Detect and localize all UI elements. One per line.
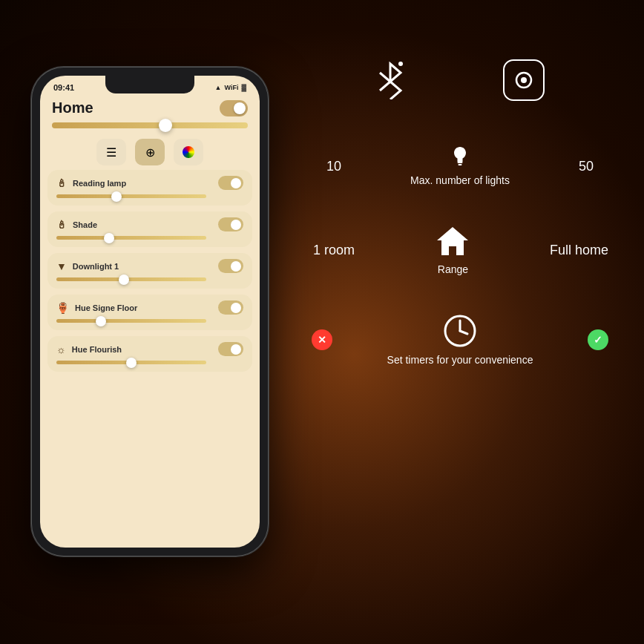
light-toggle-0[interactable] <box>218 176 243 190</box>
light-name: Hue Signe Floor <box>75 303 137 312</box>
svg-point-2 <box>521 77 527 83</box>
light-toggle-1[interactable] <box>218 217 243 231</box>
home-header: Home <box>40 95 260 122</box>
phone-notch <box>105 76 194 93</box>
max-lights-row: 10 Max. number of lights 50 <box>297 145 623 187</box>
bridge-feature <box>503 59 545 101</box>
light-slider-3[interactable] <box>56 319 206 323</box>
light-name: Hue Flourish <box>72 345 122 354</box>
range-right-value: Full home <box>550 243 608 258</box>
timers-feature: Set timers for your convenience <box>387 313 533 367</box>
light-slider-thumb-3[interactable] <box>96 316 106 326</box>
max-lights-label: Max. number of lights <box>410 174 510 187</box>
settings-icon: ⊕ <box>145 145 155 160</box>
light-items-list: 🕯 Reading lamp 🕯 Shade <box>40 170 260 372</box>
tab-settings[interactable]: ⊕ <box>135 139 165 165</box>
floor-lamp-icon: 🏺 <box>56 302 69 314</box>
clock-icon-wrap <box>442 313 478 349</box>
phone-screen: 09:41 ▲ WiFi ▓ Home ☰ <box>40 76 260 548</box>
color-icon <box>183 146 194 158</box>
tab-bar: ☰ ⊕ <box>40 134 260 170</box>
light-toggle-4[interactable] <box>218 342 243 356</box>
downlight-icon: ▼ <box>56 260 67 272</box>
light-toggle-2[interactable] <box>218 259 243 273</box>
light-name: Downlight 1 <box>73 262 119 271</box>
min-lights-value: 10 <box>312 159 356 174</box>
bulb-icon: 🕯 <box>56 177 67 189</box>
list-item: 🕯 Reading lamp <box>47 170 252 206</box>
battery-icon: ▓ <box>241 84 246 91</box>
clock-icon <box>442 313 478 349</box>
no-timers-icon: ✕ <box>312 329 332 350</box>
timers-label: Set timers for your convenience <box>387 353 533 367</box>
home-toggle[interactable] <box>220 100 248 116</box>
svg-line-7 <box>460 331 467 334</box>
bluetooth-icon <box>375 61 405 99</box>
wifi-icon: WiFi <box>225 84 239 91</box>
range-left-value: 1 room <box>312 243 356 258</box>
bluetooth-feature <box>375 61 405 99</box>
bridge-svg <box>510 67 537 93</box>
list-item: 🏺 Hue Signe Floor <box>47 295 252 330</box>
light-slider-thumb-1[interactable] <box>104 233 114 243</box>
phone-mockup: 09:41 ▲ WiFi ▓ Home ☰ <box>31 67 269 571</box>
svg-rect-4 <box>459 164 462 165</box>
light-name: Reading lamp <box>73 179 126 188</box>
house-icon <box>434 224 471 258</box>
connectivity-row <box>297 59 623 101</box>
light-slider-thumb-4[interactable] <box>126 358 137 368</box>
home-title: Home <box>52 99 93 116</box>
svg-point-0 <box>398 62 403 66</box>
light-slider-4[interactable] <box>56 361 206 364</box>
light-slider-2[interactable] <box>56 277 206 281</box>
bridge-icon <box>503 59 545 101</box>
light-name: Shade <box>73 220 97 229</box>
brightness-slider-wrap <box>40 122 260 134</box>
list-item: ☼ Hue Flourish <box>47 336 252 372</box>
signal-icon: ▲ <box>215 84 222 91</box>
status-time: 09:41 <box>53 83 74 92</box>
yes-timers-icon: ✓ <box>588 329 608 350</box>
bulb-icon: 🕯 <box>56 219 67 231</box>
max-lights-feature: Max. number of lights <box>410 145 510 187</box>
range-feature: Range <box>434 224 471 276</box>
ceiling-icon: ☼ <box>56 344 66 355</box>
light-slider-0[interactable] <box>56 194 206 198</box>
list-item: ▼ Downlight 1 <box>47 253 252 289</box>
light-slider-thumb-2[interactable] <box>119 275 129 285</box>
features-area: 10 Max. number of lights 50 1 room Range… <box>297 59 623 594</box>
brightness-slider[interactable] <box>52 122 248 128</box>
max-lights-value: 50 <box>564 159 608 174</box>
brightness-thumb[interactable] <box>159 119 172 132</box>
status-icons: ▲ WiFi ▓ <box>215 84 246 91</box>
range-row: 1 room Range Full home <box>297 224 623 276</box>
list-item: 🕯 Shade <box>47 211 252 247</box>
tab-list[interactable]: ☰ <box>96 139 126 165</box>
tab-color[interactable] <box>174 139 203 165</box>
svg-rect-3 <box>458 162 463 163</box>
light-toggle-3[interactable] <box>218 300 243 315</box>
timers-row: ✕ Set timers for your convenience ✓ <box>297 313 623 367</box>
bulb-icon <box>451 145 469 169</box>
range-label: Range <box>438 263 468 276</box>
light-slider-1[interactable] <box>56 236 206 240</box>
light-slider-thumb-0[interactable] <box>111 191 122 202</box>
list-icon: ☰ <box>106 145 116 160</box>
